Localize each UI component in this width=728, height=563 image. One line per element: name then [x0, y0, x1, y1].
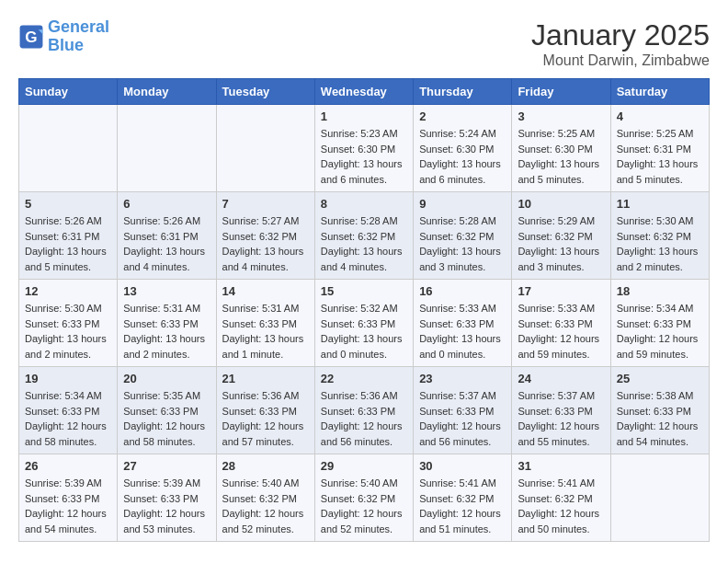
day-info: Sunrise: 5:28 AM Sunset: 6:32 PM Dayligh… — [321, 213, 407, 274]
day-number: 11 — [617, 197, 703, 211]
title-block: January 2025 Mount Darwin, Zimbabwe — [531, 18, 710, 69]
days-header-row: SundayMondayTuesdayWednesdayThursdayFrid… — [19, 79, 710, 105]
day-info: Sunrise: 5:34 AM Sunset: 6:33 PM Dayligh… — [617, 301, 703, 362]
day-info: Sunrise: 5:28 AM Sunset: 6:32 PM Dayligh… — [419, 213, 506, 274]
day-info: Sunrise: 5:33 AM Sunset: 6:33 PM Dayligh… — [518, 301, 604, 362]
day-info: Sunrise: 5:32 AM Sunset: 6:33 PM Dayligh… — [321, 301, 407, 362]
day-number: 10 — [518, 197, 604, 211]
day-header-saturday: Saturday — [610, 79, 709, 105]
calendar-subtitle: Mount Darwin, Zimbabwe — [531, 52, 710, 69]
calendar-cell: 5Sunrise: 5:26 AM Sunset: 6:31 PM Daylig… — [19, 192, 118, 280]
calendar-cell: 28Sunrise: 5:40 AM Sunset: 6:32 PM Dayli… — [216, 454, 314, 542]
day-info: Sunrise: 5:31 AM Sunset: 6:33 PM Dayligh… — [123, 301, 210, 362]
week-row-3: 12Sunrise: 5:30 AM Sunset: 6:33 PM Dayli… — [19, 280, 710, 367]
day-info: Sunrise: 5:25 AM Sunset: 6:30 PM Dayligh… — [518, 126, 604, 187]
day-header-wednesday: Wednesday — [314, 79, 413, 105]
day-header-friday: Friday — [512, 79, 610, 105]
calendar-cell: 13Sunrise: 5:31 AM Sunset: 6:33 PM Dayli… — [118, 280, 216, 367]
logo-text: General Blue — [48, 18, 109, 55]
calendar-cell: 17Sunrise: 5:33 AM Sunset: 6:33 PM Dayli… — [512, 280, 610, 367]
week-row-2: 5Sunrise: 5:26 AM Sunset: 6:31 PM Daylig… — [19, 192, 710, 280]
day-number: 7 — [222, 197, 309, 211]
calendar-title: January 2025 — [531, 18, 710, 52]
week-row-1: 1Sunrise: 5:23 AM Sunset: 6:30 PM Daylig… — [19, 105, 710, 192]
day-info: Sunrise: 5:29 AM Sunset: 6:32 PM Dayligh… — [518, 213, 604, 274]
day-info: Sunrise: 5:34 AM Sunset: 6:33 PM Dayligh… — [25, 388, 111, 449]
day-info: Sunrise: 5:23 AM Sunset: 6:30 PM Dayligh… — [321, 126, 407, 187]
day-number: 21 — [222, 372, 309, 385]
calendar-cell: 10Sunrise: 5:29 AM Sunset: 6:32 PM Dayli… — [512, 192, 610, 280]
day-number: 1 — [321, 109, 407, 123]
calendar-cell: 23Sunrise: 5:37 AM Sunset: 6:33 PM Dayli… — [414, 367, 512, 454]
day-info: Sunrise: 5:37 AM Sunset: 6:33 PM Dayligh… — [419, 388, 506, 449]
day-number: 26 — [25, 459, 111, 473]
day-number: 4 — [617, 109, 703, 123]
day-number: 15 — [321, 284, 407, 298]
day-number: 22 — [321, 372, 407, 385]
day-info: Sunrise: 5:30 AM Sunset: 6:33 PM Dayligh… — [25, 301, 111, 362]
calendar-cell: 9Sunrise: 5:28 AM Sunset: 6:32 PM Daylig… — [414, 192, 512, 280]
calendar-cell: 18Sunrise: 5:34 AM Sunset: 6:33 PM Dayli… — [610, 280, 709, 367]
page-header: G General Blue January 2025 Mount Darwin… — [18, 18, 710, 69]
calendar-cell: 24Sunrise: 5:37 AM Sunset: 6:33 PM Dayli… — [512, 367, 610, 454]
day-number: 30 — [419, 459, 506, 473]
day-info: Sunrise: 5:38 AM Sunset: 6:33 PM Dayligh… — [617, 388, 703, 449]
calendar-cell: 14Sunrise: 5:31 AM Sunset: 6:33 PM Dayli… — [216, 280, 314, 367]
calendar-cell: 7Sunrise: 5:27 AM Sunset: 6:32 PM Daylig… — [216, 192, 314, 280]
calendar-cell: 3Sunrise: 5:25 AM Sunset: 6:30 PM Daylig… — [512, 105, 610, 192]
day-info: Sunrise: 5:30 AM Sunset: 6:32 PM Dayligh… — [617, 213, 703, 274]
day-number: 5 — [25, 197, 111, 211]
calendar-cell: 2Sunrise: 5:24 AM Sunset: 6:30 PM Daylig… — [414, 105, 512, 192]
day-info: Sunrise: 5:36 AM Sunset: 6:33 PM Dayligh… — [222, 388, 309, 449]
calendar-cell: 12Sunrise: 5:30 AM Sunset: 6:33 PM Dayli… — [19, 280, 118, 367]
day-info: Sunrise: 5:37 AM Sunset: 6:33 PM Dayligh… — [518, 388, 604, 449]
calendar-cell: 16Sunrise: 5:33 AM Sunset: 6:33 PM Dayli… — [414, 280, 512, 367]
logo: G General Blue — [18, 18, 109, 55]
week-row-5: 26Sunrise: 5:39 AM Sunset: 6:33 PM Dayli… — [19, 454, 710, 542]
day-number: 18 — [617, 284, 703, 298]
calendar-cell: 11Sunrise: 5:30 AM Sunset: 6:32 PM Dayli… — [610, 192, 709, 280]
day-info: Sunrise: 5:33 AM Sunset: 6:33 PM Dayligh… — [419, 301, 506, 362]
calendar-cell: 19Sunrise: 5:34 AM Sunset: 6:33 PM Dayli… — [19, 367, 118, 454]
day-number: 12 — [25, 284, 111, 298]
day-info: Sunrise: 5:27 AM Sunset: 6:32 PM Dayligh… — [222, 213, 309, 274]
day-number: 14 — [222, 284, 309, 298]
day-number: 29 — [321, 459, 407, 473]
day-header-tuesday: Tuesday — [216, 79, 314, 105]
calendar-cell: 29Sunrise: 5:40 AM Sunset: 6:32 PM Dayli… — [314, 454, 413, 542]
calendar-cell: 26Sunrise: 5:39 AM Sunset: 6:33 PM Dayli… — [19, 454, 118, 542]
svg-text:G: G — [25, 29, 37, 46]
day-info: Sunrise: 5:40 AM Sunset: 6:32 PM Dayligh… — [321, 476, 407, 536]
calendar-cell — [118, 105, 216, 192]
calendar-cell: 20Sunrise: 5:35 AM Sunset: 6:33 PM Dayli… — [118, 367, 216, 454]
calendar-cell: 15Sunrise: 5:32 AM Sunset: 6:33 PM Dayli… — [314, 280, 413, 367]
logo-icon: G — [18, 24, 44, 50]
day-number: 2 — [419, 109, 506, 123]
day-number: 23 — [419, 372, 506, 385]
day-number: 20 — [123, 372, 210, 385]
day-number: 8 — [321, 197, 407, 211]
day-info: Sunrise: 5:39 AM Sunset: 6:33 PM Dayligh… — [123, 476, 210, 536]
day-info: Sunrise: 5:40 AM Sunset: 6:32 PM Dayligh… — [222, 476, 309, 536]
calendar-cell: 21Sunrise: 5:36 AM Sunset: 6:33 PM Dayli… — [216, 367, 314, 454]
day-header-thursday: Thursday — [414, 79, 512, 105]
day-info: Sunrise: 5:25 AM Sunset: 6:31 PM Dayligh… — [617, 126, 703, 187]
week-row-4: 19Sunrise: 5:34 AM Sunset: 6:33 PM Dayli… — [19, 367, 710, 454]
day-info: Sunrise: 5:36 AM Sunset: 6:33 PM Dayligh… — [321, 388, 407, 449]
day-info: Sunrise: 5:24 AM Sunset: 6:30 PM Dayligh… — [419, 126, 506, 187]
day-number: 28 — [222, 459, 309, 473]
day-info: Sunrise: 5:39 AM Sunset: 6:33 PM Dayligh… — [25, 476, 111, 536]
calendar-cell: 22Sunrise: 5:36 AM Sunset: 6:33 PM Dayli… — [314, 367, 413, 454]
calendar-cell — [610, 454, 709, 542]
day-info: Sunrise: 5:31 AM Sunset: 6:33 PM Dayligh… — [222, 301, 309, 362]
day-number: 19 — [25, 372, 111, 385]
calendar-cell — [216, 105, 314, 192]
day-number: 24 — [518, 372, 604, 385]
day-info: Sunrise: 5:41 AM Sunset: 6:32 PM Dayligh… — [419, 476, 506, 536]
calendar-cell: 6Sunrise: 5:26 AM Sunset: 6:31 PM Daylig… — [118, 192, 216, 280]
day-number: 3 — [518, 109, 604, 123]
day-number: 13 — [123, 284, 210, 298]
day-number: 16 — [419, 284, 506, 298]
calendar-cell: 30Sunrise: 5:41 AM Sunset: 6:32 PM Dayli… — [414, 454, 512, 542]
calendar-cell: 8Sunrise: 5:28 AM Sunset: 6:32 PM Daylig… — [314, 192, 413, 280]
